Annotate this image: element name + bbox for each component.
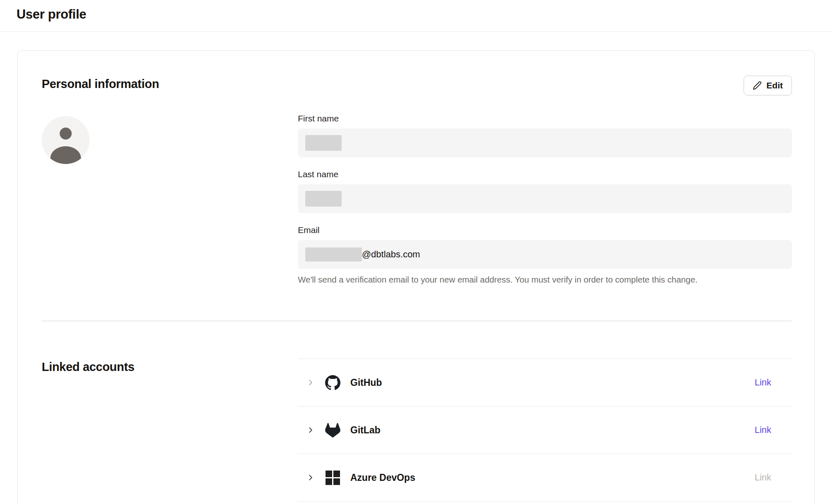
first-name-label: First name	[298, 113, 792, 124]
first-name-redacted-value	[305, 135, 342, 151]
chevron-right-icon[interactable]	[306, 473, 315, 482]
personal-info-body: First name Last name Email @dbtlabs.	[42, 113, 792, 285]
linked-accounts-heading: Linked accounts	[42, 359, 298, 375]
linked-account-row-azure-devops[interactable]: Azure DevOps Link	[298, 454, 792, 502]
last-name-redacted-value	[305, 191, 342, 207]
last-name-group: Last name	[298, 169, 792, 213]
azure-devops-icon	[325, 471, 340, 485]
account-name: GitLab	[350, 425, 380, 436]
github-icon	[325, 375, 340, 390]
email-field: @dbtlabs.com	[298, 240, 792, 269]
last-name-field	[298, 184, 792, 213]
first-name-group: First name	[298, 113, 792, 157]
github-link-action[interactable]: Link	[755, 377, 771, 388]
last-name-label: Last name	[298, 169, 792, 180]
page-header: User profile	[0, 0, 832, 32]
azure-devops-link-action: Link	[755, 472, 771, 483]
personal-info-heading: Personal information	[42, 76, 159, 92]
chevron-right-icon[interactable]	[306, 378, 315, 387]
pencil-icon	[753, 81, 762, 90]
email-group: Email @dbtlabs.com We'll send a verifica…	[298, 224, 792, 285]
account-name: GitHub	[350, 377, 382, 388]
linked-accounts-heading-column: Linked accounts	[42, 359, 298, 502]
linked-accounts-section: Linked accounts GitHub Link	[42, 359, 792, 502]
main-content: Personal information Edit	[0, 32, 832, 504]
email-label: Email	[298, 224, 792, 236]
avatar-placeholder-icon	[42, 116, 90, 164]
profile-card: Personal information Edit	[17, 50, 815, 504]
personal-info-header: Personal information Edit	[42, 76, 792, 95]
first-name-field	[298, 128, 792, 157]
email-helper-text: We'll send a verification email to your …	[298, 274, 792, 285]
gitlab-link-action[interactable]: Link	[755, 425, 771, 435]
email-domain-text: @dbtlabs.com	[362, 249, 420, 260]
section-divider	[42, 321, 792, 321]
account-name: Azure DevOps	[350, 472, 415, 483]
chevron-right-icon[interactable]	[306, 426, 315, 435]
linked-account-row-gitlab[interactable]: GitLab Link	[298, 407, 792, 454]
avatar-column	[42, 113, 298, 285]
email-redacted-value	[305, 247, 362, 262]
linked-account-row-github[interactable]: GitHub Link	[298, 359, 792, 407]
page-title: User profile	[17, 5, 815, 24]
personal-info-form: First name Last name Email @dbtlabs.	[298, 113, 792, 285]
edit-button[interactable]: Edit	[744, 76, 792, 95]
edit-button-label: Edit	[766, 81, 783, 90]
linked-accounts-list: GitHub Link GitLab Lin	[298, 359, 792, 502]
avatar	[42, 116, 90, 164]
gitlab-icon	[325, 423, 340, 437]
